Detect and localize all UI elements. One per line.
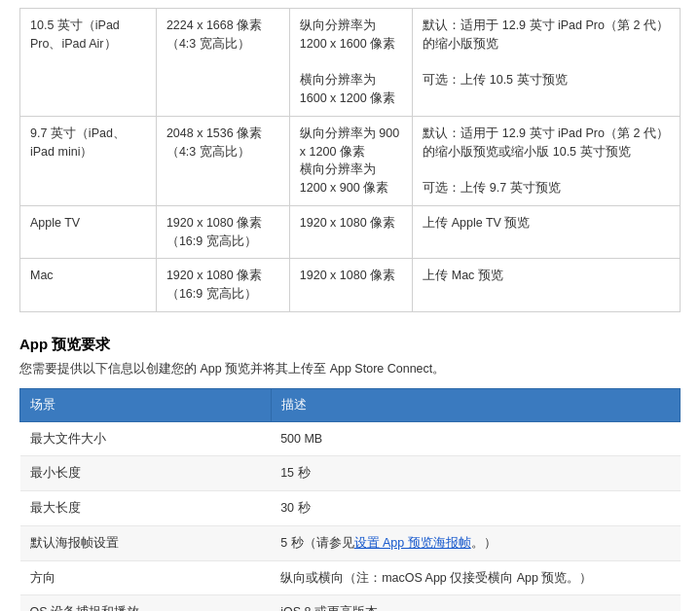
- field-value: 500 MB: [271, 421, 680, 456]
- table-row: 9.7 英寸（iPad、iPad mini）2048 x 1536 像素（4:3…: [20, 116, 681, 205]
- table-cell: Mac: [20, 259, 157, 312]
- field-value: 纵向或横向（注：macOS App 仅接受横向 App 预览。）: [271, 560, 680, 595]
- table-row: Mac1920 x 1080 像素（16:9 宽高比）1920 x 1080 像…: [20, 259, 681, 312]
- table-cell: 10.5 英寸（iPad Pro、iPad Air）: [20, 9, 157, 117]
- field-label: 最大长度: [20, 491, 272, 526]
- table-cell: 纵向分辨率为 900 x 1200 像素横向分辨率为 1200 x 900 像素: [289, 116, 412, 205]
- table-cell: 纵向分辨率为 1200 x 1600 像素横向分辨率为 1600 x 1200 …: [289, 9, 412, 117]
- table-row: Apple TV1920 x 1080 像素（16:9 宽高比）1920 x 1…: [20, 205, 681, 259]
- device-specs-table: 10.5 英寸（iPad Pro、iPad Air）2224 x 1668 像素…: [19, 8, 681, 312]
- table-cell: 2224 x 1668 像素（4:3 宽高比）: [156, 9, 289, 117]
- table-row: 10.5 英寸（iPad Pro、iPad Air）2224 x 1668 像素…: [20, 9, 681, 117]
- field-label: OS 设备捕捉和播放: [20, 595, 272, 611]
- table-cell: 9.7 英寸（iPad、iPad mini）: [20, 116, 157, 205]
- column-header: 场景: [20, 388, 272, 421]
- field-label: 默认海报帧设置: [20, 525, 272, 560]
- column-header: 描述: [271, 388, 680, 421]
- list-item: 默认海报帧设置5 秒（请参见设置 App 预览海报帧。）: [20, 525, 681, 560]
- section-desc: 您需要提供以下信息以创建您的 App 预览并将其上传至 App Store Co…: [19, 360, 681, 378]
- table-cell: 1920 x 1080 像素: [289, 205, 412, 259]
- table-cell: 1920 x 1080 像素: [289, 259, 412, 312]
- field-value: 15 秒: [271, 456, 680, 491]
- field-value: iOS 8 或更高版本: [271, 595, 680, 611]
- table-cell: 1920 x 1080 像素（16:9 宽高比）: [156, 259, 289, 312]
- field-value: 5 秒（请参见设置 App 预览海报帧。）: [271, 525, 680, 560]
- list-item: 最大长度30 秒: [20, 491, 681, 526]
- field-label: 最大文件大小: [20, 421, 272, 456]
- requirements-table: 场景描述 最大文件大小500 MB最小长度15 秒最大长度30 秒默认海报帧设置…: [19, 388, 681, 612]
- list-item: OS 设备捕捉和播放iOS 8 或更高版本: [20, 595, 681, 611]
- table-cell: 上传 Mac 预览: [413, 259, 681, 312]
- page-wrapper: 10.5 英寸（iPad Pro、iPad Air）2224 x 1668 像素…: [0, 0, 700, 611]
- table-cell: 1920 x 1080 像素（16:9 宽高比）: [156, 205, 289, 259]
- field-value: 30 秒: [271, 491, 680, 526]
- table-cell: 2048 x 1536 像素（4:3 宽高比）: [156, 116, 289, 205]
- section-title: App 预览要求: [19, 336, 681, 354]
- table-cell: Apple TV: [20, 205, 157, 259]
- table-cell: 默认：适用于 12.9 英寸 iPad Pro（第 2 代）的缩小版预览或缩小版…: [413, 116, 681, 205]
- field-label: 最小长度: [20, 456, 272, 491]
- table-cell: 上传 Apple TV 预览: [413, 205, 681, 259]
- link-text[interactable]: 设置 App 预览海报帧: [354, 536, 471, 550]
- list-item: 最小长度15 秒: [20, 456, 681, 491]
- field-label: 方向: [20, 560, 272, 595]
- list-item: 最大文件大小500 MB: [20, 421, 681, 456]
- list-item: 方向纵向或横向（注：macOS App 仅接受横向 App 预览。）: [20, 560, 681, 595]
- table-cell: 默认：适用于 12.9 英寸 iPad Pro（第 2 代）的缩小版预览可选：上…: [413, 9, 681, 117]
